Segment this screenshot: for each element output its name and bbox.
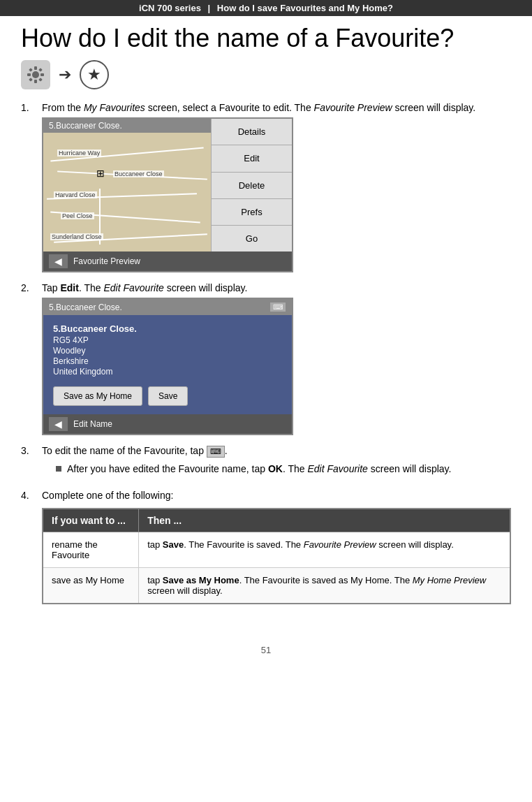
row2-want: save as My Home: [43, 567, 139, 604]
table-row: save as My Home tap Save as My Home. The…: [43, 567, 510, 604]
step-2-text: Tap Edit. The Edit Favourite screen will…: [42, 282, 511, 435]
favourite-preview-label: Favourite Preview: [314, 102, 392, 113]
step-3-bullet-text: After you have edited the Favourite name…: [67, 463, 451, 474]
row1-then-italic: Favourite Preview: [304, 539, 376, 550]
row1-then-bold: Save: [163, 539, 184, 550]
edit-favourite-label: Edit Favourite: [103, 282, 163, 293]
edit-label: Edit: [60, 282, 78, 293]
row1-then-end: screen will display.: [376, 539, 454, 550]
row2-then-end: screen will display.: [147, 585, 222, 596]
edit-fav-actions: Save as My Home Save: [53, 386, 282, 406]
step-3: 3. To edit the name of the Favourite, ta…: [21, 445, 511, 480]
table-body: rename the Favourite tap Save. The Favou…: [43, 532, 510, 604]
edit-fav-city: Woodley: [53, 346, 282, 356]
step-2-para: Tap Edit. The Edit Favourite screen will…: [42, 282, 511, 293]
step-3-para: To edit the name of the Favourite, tap ⌨…: [42, 445, 511, 458]
col1-header: If you want to ...: [43, 509, 139, 532]
step-2-num: 2.: [21, 282, 35, 435]
edit-fav-postcode: RG5 4XP: [53, 335, 282, 345]
row2-then-pre: tap: [147, 575, 163, 585]
settings-icon: [21, 60, 50, 89]
edit-fav-top-bar: 5.Buccaneer Close. ⌨: [43, 299, 292, 315]
svg-rect-1: [34, 66, 37, 70]
fav-edit-button[interactable]: Edit: [212, 145, 292, 172]
location-marker: ⊞: [96, 168, 105, 179]
table-header-row: If you want to ... Then ...: [43, 509, 510, 532]
svg-rect-5: [29, 68, 33, 72]
header-separator: |: [208, 3, 211, 13]
svg-rect-8: [38, 78, 43, 82]
page-footer: 51: [0, 635, 532, 665]
svg-rect-3: [27, 73, 31, 76]
fav-delete-button[interactable]: Delete: [212, 173, 292, 199]
step-3-num: 3.: [21, 445, 35, 480]
keyboard-icon-inline: ⌨: [207, 446, 225, 458]
svg-rect-7: [29, 78, 33, 82]
step-1-text: From the My Favourites screen, select a …: [42, 102, 511, 272]
page-number: 51: [261, 645, 271, 655]
step-2: 2. Tap Edit. The Edit Favourite screen w…: [21, 282, 511, 435]
step-4-num: 4.: [21, 490, 35, 604]
fav-map-column: 5.Buccaneer Close. Hurricane Way B: [43, 119, 211, 251]
row1-then-post: . The Favourite is saved. The: [184, 539, 304, 550]
edit-fav-country: United Kingdom: [53, 367, 282, 377]
bullet-square: [56, 466, 61, 472]
map-label-4: Peel Close: [61, 212, 94, 219]
svg-rect-6: [38, 68, 43, 72]
page-title: How do I edit the name of a Favourite?: [21, 23, 511, 53]
fav-preview-top: 5.Buccaneer Close. Hurricane Way B: [43, 119, 292, 251]
step-4-para: Complete one of the following:: [42, 490, 511, 501]
fav-go-button[interactable]: Go: [212, 226, 292, 251]
row2-then-post: . The Favourite is saved as My Home. The: [239, 575, 413, 585]
fav-buttons-column: Details Edit Delete Prefs Go: [211, 119, 292, 251]
edit-fav-body: 5.Buccaneer Close. RG5 4XP Woodley Berks…: [43, 315, 292, 414]
edit-fav-bottom-label: Edit Name: [73, 419, 112, 429]
header-bar: iCN 700 series | How do I save Favourite…: [0, 0, 532, 16]
edit-fav-loc-name: 5.Buccaneer Close.: [53, 323, 282, 334]
table-head: If you want to ... Then ...: [43, 509, 510, 532]
row1-then-pre: tap: [147, 539, 163, 550]
fav-title-bar: 5.Buccaneer Close.: [43, 119, 211, 133]
save-as-my-home-button[interactable]: Save as My Home: [53, 386, 142, 406]
edit-fav-title: 5.Buccaneer Close.: [49, 302, 122, 312]
ok-label: OK: [268, 463, 283, 474]
fav-map-area: Hurricane Way Buccaneer Close Harvard Cl…: [43, 133, 211, 251]
edit-fav-bottom-bar: ◀ Edit Name: [43, 414, 292, 434]
edit-fav-back-button[interactable]: ◀: [49, 417, 68, 431]
keyboard-icon: ⌨: [269, 302, 286, 312]
section-title: How do I save Favourites and My Home?: [217, 3, 393, 13]
row2-then: tap Save as My Home. The Favourite is sa…: [139, 567, 510, 604]
fav-prefs-button[interactable]: Prefs: [212, 199, 292, 226]
fav-bottom-label: Favourite Preview: [73, 256, 140, 266]
map-label-2: Buccaneer Close: [113, 170, 164, 177]
favourites-icon: ★: [80, 60, 109, 89]
steps-list: 1. From the My Favourites screen, select…: [21, 102, 511, 604]
row1-want: rename the Favourite: [43, 532, 139, 567]
table-row: rename the Favourite tap Save. The Favou…: [43, 532, 510, 567]
edit-fav-county: Berkshire: [53, 356, 282, 366]
step-3-text: To edit the name of the Favourite, tap ⌨…: [42, 445, 511, 480]
svg-rect-4: [40, 73, 44, 76]
fav-back-button[interactable]: ◀: [49, 254, 68, 268]
save-button[interactable]: Save: [148, 386, 188, 406]
svg-rect-2: [34, 80, 37, 83]
map-label-1: Hurricane Way: [57, 150, 101, 156]
arrow-icon: ➔: [59, 66, 71, 84]
fav-details-button[interactable]: Details: [212, 119, 292, 145]
my-favourites-label: My Favourites: [84, 102, 145, 113]
fav-bottom-bar: ◀ Favourite Preview: [43, 251, 292, 271]
row2-then-bold: Save as My Home: [163, 575, 239, 585]
step-1-num: 1.: [21, 102, 35, 272]
edit-favourite-label-2: Edit Favourite: [308, 463, 368, 474]
product-name: iCN 700 series: [139, 3, 201, 13]
step-3-bullets: After you have edited the Favourite name…: [56, 463, 511, 474]
row1-then: tap Save. The Favourite is saved. The Fa…: [139, 532, 510, 567]
map-label-5: Sunderland Close: [50, 233, 103, 240]
col2-header: Then ...: [139, 509, 510, 532]
svg-point-0: [32, 71, 39, 78]
map-label-3: Harvard Close: [54, 191, 97, 198]
info-table: If you want to ... Then ... rename the F…: [42, 508, 511, 604]
fav-preview-screen: 5.Buccaneer Close. Hurricane Way B: [42, 117, 293, 272]
step-1: 1. From the My Favourites screen, select…: [21, 102, 511, 272]
page-content: How do I edit the name of a Favourite? ➔…: [0, 16, 532, 635]
